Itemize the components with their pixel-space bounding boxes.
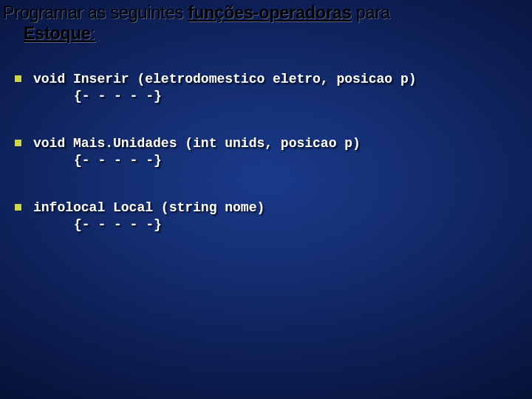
square-bullet-icon xyxy=(15,140,21,146)
title-text-suffix: para xyxy=(352,3,390,22)
title-text-colon: : xyxy=(91,24,95,43)
title-line-1: Programar as seguintes funções-operadora… xyxy=(3,3,525,24)
title-text-prefix: Programar as seguintes xyxy=(3,3,188,22)
title-text-bold-2: Estoque xyxy=(24,24,91,43)
list-item: infolocal Local (string nome) {- - - - -… xyxy=(15,200,517,233)
code-signature: void Mais.Unidades (int unids, posicao p… xyxy=(33,135,361,152)
code-body: {- - - - -} xyxy=(33,216,517,233)
list-item: void Mais.Unidades (int unids, posicao p… xyxy=(15,135,517,168)
code-signature: infolocal Local (string nome) xyxy=(33,200,265,216)
list-item-row: void Mais.Unidades (int unids, posicao p… xyxy=(15,135,517,152)
title-text-bold: funções-operadoras xyxy=(188,3,352,22)
title-line-2: Estoque: xyxy=(3,24,525,44)
slide-title: Programar as seguintes funções-operadora… xyxy=(3,3,525,44)
list-item-row: infolocal Local (string nome) xyxy=(15,200,517,216)
code-body: {- - - - -} xyxy=(33,152,517,169)
square-bullet-icon xyxy=(15,204,21,211)
list-item: void Inserir (eletrodomestico eletro, po… xyxy=(15,71,517,104)
code-signature: void Inserir (eletrodomestico eletro, po… xyxy=(33,71,416,88)
square-bullet-icon xyxy=(15,75,21,82)
code-body: {- - - - -} xyxy=(33,88,517,105)
slide: Programar as seguintes funções-operadora… xyxy=(0,0,532,399)
content-area: void Inserir (eletrodomestico eletro, po… xyxy=(15,71,517,264)
list-item-row: void Inserir (eletrodomestico eletro, po… xyxy=(15,71,517,88)
